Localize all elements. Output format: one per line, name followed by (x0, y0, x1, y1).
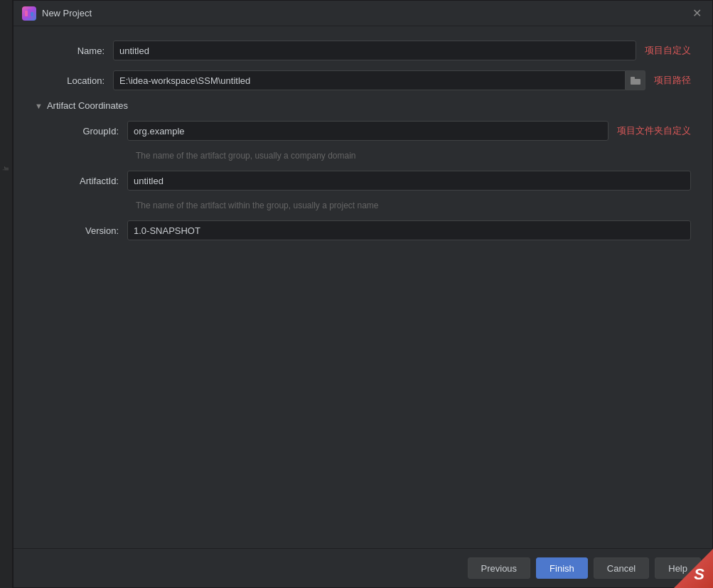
browse-button[interactable] (626, 70, 645, 90)
location-annotation: 项目路径 (654, 74, 691, 87)
svg-rect-3 (631, 79, 640, 85)
version-row: Version: (49, 220, 691, 240)
new-project-dialog: New Project ✕ Name: 项目自定义 Location: (13, 0, 713, 588)
cancel-button[interactable]: Cancel (594, 557, 649, 579)
collapse-arrow-icon[interactable]: ▼ (35, 102, 43, 110)
name-label: Name: (35, 46, 113, 56)
name-annotation: 项目自定义 (645, 44, 691, 57)
artifact-section-body: GroupId: 项目文件夹自定义 The name of the artifa… (35, 121, 691, 240)
artifact-section-header: ▼ Artifact Coordinates (35, 100, 691, 111)
version-label: Version: (49, 225, 127, 236)
groupid-help: The name of the artifact group, usually … (136, 151, 691, 161)
finish-button[interactable]: Finish (536, 557, 588, 579)
location-label: Location: (35, 75, 113, 86)
groupid-input-wrap: 项目文件夹自定义 (127, 121, 691, 141)
artifactid-input-wrap (127, 171, 691, 191)
version-input[interactable] (127, 220, 691, 240)
svg-rect-1 (28, 9, 31, 18)
svg-rect-0 (25, 11, 28, 16)
groupid-row: GroupId: 项目文件夹自定义 (49, 121, 691, 141)
groupid-annotation: 项目文件夹自定义 (617, 124, 691, 137)
groupid-input[interactable] (127, 121, 609, 141)
location-input[interactable] (113, 70, 626, 90)
artifactid-row: ArtifactId: (49, 171, 691, 191)
title-bar-left: New Project (22, 6, 92, 21)
version-input-wrap (127, 220, 691, 240)
svg-rect-4 (631, 77, 635, 80)
artifactid-input[interactable] (127, 171, 691, 191)
app-icon (22, 6, 36, 21)
dialog-content: Name: 项目自定义 Location: 项目路径 ▼ (14, 26, 712, 548)
dialog-title: New Project (42, 8, 92, 18)
artifactid-label: ArtifactId: (49, 176, 127, 186)
groupid-label: GroupId: (49, 126, 127, 137)
name-input-wrap: 项目自定义 (113, 41, 691, 60)
title-bar: New Project ✕ (14, 1, 712, 26)
close-button[interactable]: ✕ (690, 6, 704, 21)
location-row: Location: 项目路径 (35, 70, 691, 90)
name-row: Name: 项目自定义 (35, 41, 691, 60)
svg-rect-2 (31, 12, 33, 16)
name-input[interactable] (113, 41, 636, 60)
location-input-wrap: 项目路径 (113, 70, 691, 90)
previous-button[interactable]: Previous (468, 557, 531, 579)
bottom-bar: Previous Finish Cancel Help (14, 548, 712, 587)
ide-sidebar-label: ir (0, 164, 11, 173)
ide-sidebar-bg: ir (0, 0, 13, 588)
artifactid-help: The name of the artifact within the grou… (136, 201, 691, 210)
artifact-section-title: Artifact Coordinates (47, 100, 128, 111)
